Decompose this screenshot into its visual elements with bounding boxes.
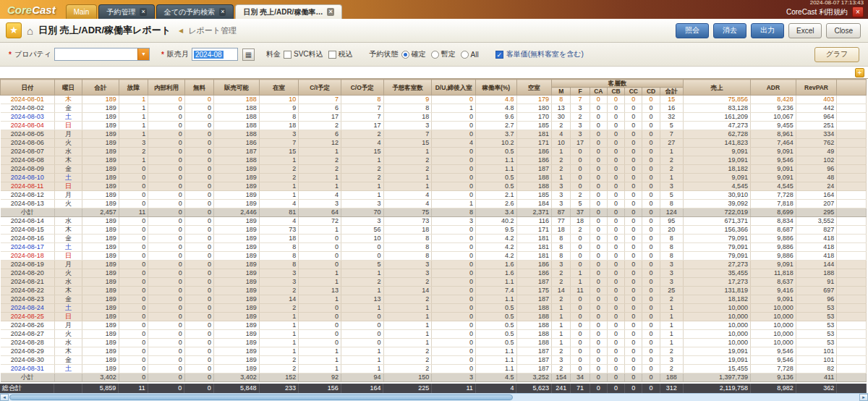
table-row[interactable]: 2024-08-20火189000189311301.6186210000335… [1,269,867,278]
column-subheader[interactable]: M [552,88,571,96]
value-cell: 0 [590,321,607,330]
close-button[interactable]: Close [826,23,861,38]
tab-label: Main [74,8,90,16]
unit-price-checkbox[interactable]: ✓ [495,51,503,59]
subtotal-row[interactable]: 小計3,4020003,402152929415034.53,252154340… [1,373,867,382]
column-header[interactable]: C/I予定 [299,80,341,96]
graph-button[interactable]: グラフ [814,47,859,62]
subtotal-row[interactable]: 小計2,45711002,4468164707583.42,3718737000… [1,208,867,217]
table-row[interactable]: 2024-08-04日18910018818217302.71852300005… [1,122,867,130]
column-header[interactable]: 日付 [1,80,55,96]
status-radio-0[interactable] [401,51,409,59]
sales-month-input[interactable]: 2024-08 [192,48,238,61]
value-cell: 2 [119,148,148,156]
table-row[interactable]: 2024-08-30金189000189211201.1187300000319… [1,356,867,365]
column-subheader[interactable]: CA [590,88,607,96]
calendar-icon[interactable]: ▦ [242,48,255,61]
column-header[interactable]: 空室 [516,80,552,96]
column-header[interactable]: D/U,締後入室 [432,80,476,96]
column-header[interactable]: 無料 [184,80,213,96]
column-header[interactable]: 販売可能 [214,80,260,96]
table-row[interactable]: 2024-08-07水18920018715115100.51861000001… [1,148,867,156]
column-header[interactable]: RevPAR [796,80,837,96]
column-subheader[interactable]: 合計 [660,88,683,96]
breadcrumb[interactable]: レポート管理 [188,25,237,36]
export-button[interactable]: 出力 [751,23,784,38]
plus-icon[interactable]: + [855,68,864,77]
column-subheader[interactable]: CB [607,88,624,96]
value-cell: 4,545 [751,182,796,191]
table-row[interactable]: 2024-08-01木1891001881078904.817987000015… [1,96,867,104]
column-header[interactable]: 合計 [82,80,119,96]
table-row[interactable]: 2024-08-08木189100188121201.1186200000219… [1,156,867,165]
column-subheader[interactable]: CC [625,88,642,96]
tab-close-icon[interactable]: × [140,8,146,16]
table-row[interactable]: 2024-08-27火189000189100100.5188100000110… [1,330,867,339]
column-header[interactable]: C/O予定 [341,80,383,96]
table-row[interactable]: 2024-08-26月189000189100100.5188100000110… [1,321,867,330]
table-row[interactable]: 2024-08-03土18910018881771809.61703020000… [1,113,867,122]
table-row[interactable]: 2024-08-17土189000189800804.2181800000879… [1,243,867,252]
status-radio-2[interactable] [461,51,469,59]
window-close-icon[interactable]: × [852,7,864,17]
value-cell: 1 [552,313,571,321]
table-row[interactable]: 2024-08-28水189000189100100.5188100000110… [1,339,867,347]
column-header[interactable]: ADR [751,80,796,96]
tab-daily-report[interactable]: 日別 売上/ADR/稼働率…× [235,4,341,19]
column-header[interactable]: 売上 [684,80,751,96]
table-row[interactable]: 2024-08-14水189000189472373340.2116771800… [1,217,867,226]
table-row[interactable]: 2024-08-23金18900018914113201.11872000002… [1,295,867,304]
scroll-right-icon[interactable]: ► [859,394,868,401]
table-row[interactable]: 2024-08-09金189000189222201.1187200000218… [1,165,867,174]
fee-checkbox-0[interactable] [284,51,292,59]
table-row[interactable]: 2024-08-31土189000189211201.1187200000215… [1,365,867,373]
status-radio-1[interactable] [431,51,439,59]
value-cell: 0 [625,191,642,200]
dropdown-arrow-icon[interactable]: ▼ [137,48,149,60]
terms-link[interactable]: CoreCast 利用規約 [786,7,848,17]
table-row[interactable]: 2024-08-21水189000189312201.1187210000317… [1,278,867,287]
value-cell: 2 [552,295,571,304]
table-row[interactable]: 2024-08-22木18900018921311407.41751411000… [1,287,867,295]
table-row[interactable]: 2024-08-25日189000189100100.5188100000110… [1,313,867,321]
excel-button[interactable]: Excel [788,23,822,38]
column-header[interactable]: 曜日 [54,80,82,96]
column-subheader[interactable]: F [571,88,590,96]
column-header[interactable]: 予想客室数 [383,80,432,96]
table-row[interactable]: 2024-08-29木189000189111201.1187200000219… [1,347,867,356]
value-cell: 0 [625,226,642,235]
column-header[interactable]: 在室 [259,80,299,96]
column-header[interactable]: 稼働率(%) [475,80,516,96]
horizontal-scrollbar[interactable]: ◄ ► [0,393,868,401]
column-subheader[interactable]: CD [642,88,660,96]
table-row[interactable]: 2024-08-10土189000189212100.518810000019,… [1,174,867,182]
clear-button[interactable]: 消去 [713,23,746,38]
table-row[interactable]: 2024-08-02金189100188967814.8180133000016… [1,104,867,113]
table-row[interactable]: 2024-08-12月189000189141402.1185320000530… [1,191,867,200]
column-header[interactable]: 客層数 [552,80,684,88]
tab-main[interactable]: Main [66,4,98,19]
scroll-left-icon[interactable]: ◄ [0,394,9,401]
tab-reservation-management[interactable]: 予約管理× [98,4,154,19]
scrollbar-thumb[interactable] [9,394,513,400]
table-row[interactable]: 2024-08-18日189000189800804.2181800000879… [1,252,867,261]
table-row[interactable]: 2024-08-16金18900018918010804.21818000008… [1,235,867,243]
tab-close-icon[interactable]: × [327,8,333,16]
query-button[interactable]: 照会 [676,23,709,38]
table-row[interactable]: 2024-08-11日189000189111100.518830000034,… [1,182,867,191]
column-header[interactable]: 内部利用 [148,80,185,96]
value-cell: 418 [796,235,837,243]
table-row[interactable]: 2024-08-05月189100188362703.7181430000762… [1,130,867,139]
table-row[interactable]: 2024-08-19月189000189805301.6186300000327… [1,261,867,269]
table-row[interactable]: 2024-08-24土189000189201100.5188100000110… [1,304,867,313]
tab-all-reservation-search[interactable]: 全ての予約検索× [156,4,234,19]
table-row[interactable]: 2024-08-06火189300186712415410.2171101700… [1,139,867,148]
property-select[interactable]: ▼ [54,48,150,61]
fee-checkbox-1[interactable] [328,51,336,59]
table-row[interactable]: 2024-08-13火189000189433412.6184350000839… [1,200,867,208]
table-row[interactable]: 2024-08-15木189000189731561809.5171182000… [1,226,867,235]
column-header[interactable] [837,80,867,96]
favorite-star-icon[interactable]: ★ [6,22,22,38]
column-header[interactable]: 故障 [119,80,148,96]
tab-close-icon[interactable]: × [219,8,226,16]
